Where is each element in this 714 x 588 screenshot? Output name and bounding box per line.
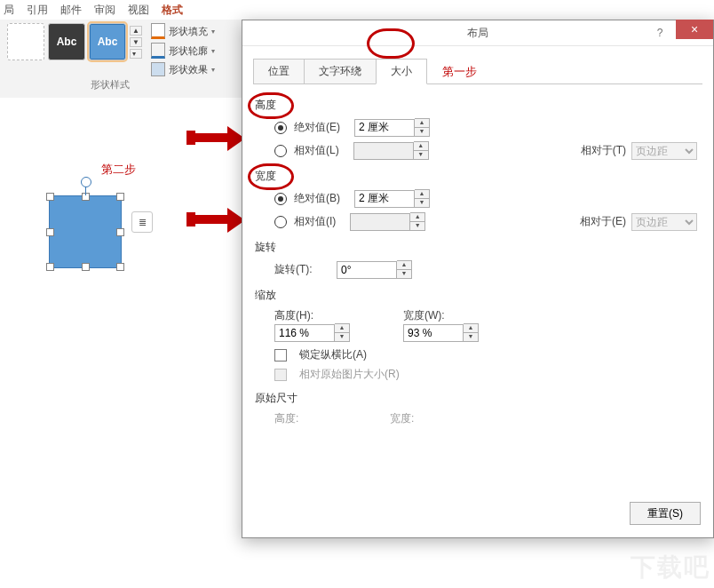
lock-aspect-checkbox[interactable] [274,349,287,362]
ribbon-tab-mail[interactable]: 邮件 [60,3,82,18]
dialog-tabstrip: 位置 文字环绕 大小 第一步 [242,46,713,84]
spinner-down-icon[interactable]: ▼ [415,127,430,137]
relative-original-label: 相对原始图片大小(R) [299,367,400,382]
rotate-handle[interactable] [81,177,91,187]
spinner-up-icon[interactable]: ▲ [397,260,412,269]
width-relto-label: 相对于(E) [580,214,626,229]
ribbon-tab-layout-cut[interactable]: 局 [4,3,14,18]
style-gallery-down-icon[interactable]: ▼ [130,37,142,47]
resize-handle-tl[interactable] [46,193,54,201]
spinner-down-icon[interactable]: ▼ [397,269,412,279]
scale-width-input[interactable] [403,324,464,342]
spinner-down-icon[interactable]: ▼ [415,198,430,208]
lock-aspect-row: 锁定纵横比(A) [274,347,701,362]
original-width-label: 宽度: [390,411,452,426]
tab-textwrap[interactable]: 文字环绕 [304,59,377,84]
spinner-up-icon[interactable]: ▲ [464,323,479,332]
shape-effects-button[interactable]: 形状效果▾ [151,62,215,76]
resize-handle-mr[interactable] [116,228,124,236]
section-rotation-title: 旋转 [255,240,701,255]
relative-original-row: 相对原始图片大小(R) [274,367,701,382]
layout-dialog: 布局 ? × 位置 文字环绕 大小 第一步 高度 绝对值(E) ▲▼ 相对值(L… [242,20,714,538]
width-relative-radio[interactable] [274,216,287,228]
reset-button[interactable]: 重置(S) [630,502,701,525]
resize-handle-br[interactable] [116,263,124,271]
layout-options-badge[interactable]: ≣ [131,211,153,233]
ribbon-tab-references[interactable]: 引用 [27,3,48,18]
style-thumb-outline[interactable] [7,23,44,60]
scale-height-label: 高度(H): [274,308,337,323]
scale-width-label: 宽度(W): [403,308,465,323]
section-width-title: 宽度 [255,169,701,184]
height-relative-input [353,142,414,160]
spinner-down-icon[interactable]: ▼ [464,332,479,342]
resize-handle-bl[interactable] [46,263,54,271]
original-size-row: 高度: 宽度: [274,411,701,426]
height-absolute-row: 绝对值(E) ▲▼ [274,118,701,137]
annotation-step1: 第一步 [442,64,477,80]
width-absolute-label: 绝对值(B) [294,191,340,206]
spinner-up-icon[interactable]: ▲ [415,118,430,127]
spinner-up-icon[interactable]: ▲ [335,323,350,332]
height-relative-row: 相对值(L) ▲▼ 相对于(T) 页边距 [274,141,701,160]
height-absolute-input[interactable] [354,119,415,137]
spinner-down-icon[interactable]: ▼ [335,332,350,342]
scale-row: 高度(H): ▲▼ 宽度(W): ▲▼ [274,308,701,342]
section-scale-title: 缩放 [255,288,701,303]
layout-options-icon: ≣ [139,217,147,228]
rotation-input[interactable] [337,261,397,279]
shape-fill-button[interactable]: 形状填充▾ [151,23,215,39]
scale-height-input[interactable] [274,324,335,342]
ribbon-tab-view[interactable]: 视图 [128,3,149,18]
height-absolute-label: 绝对值(E) [294,120,340,135]
style-thumb-black[interactable]: Abc [48,23,85,60]
selected-shape[interactable] [49,195,122,268]
section-original-title: 原始尺寸 [255,391,701,406]
rotation-row: 旋转(T): ▲▼ [274,260,701,279]
style-thumb-blue-selected[interactable]: Abc [89,23,126,60]
width-relative-label: 相对值(I) [294,214,336,229]
height-relto-label: 相对于(T) [581,143,626,158]
shape-outline-label: 形状轮廓 [169,44,208,58]
original-height-label: 高度: [274,411,337,426]
height-relative-radio[interactable] [274,145,287,157]
tab-size[interactable]: 大小 [376,59,427,84]
style-gallery-more-icon[interactable]: ▾ [130,49,142,59]
dialog-body: 高度 绝对值(E) ▲▼ 相对值(L) ▲▼ 相对于(T) 页边距 [242,85,713,441]
resize-handle-bm[interactable] [82,263,90,271]
height-absolute-radio[interactable] [274,122,287,134]
tab-position[interactable]: 位置 [253,59,305,84]
section-height-title: 高度 [255,98,701,113]
shape-fill-label: 形状填充 [169,25,208,38]
width-relative-input [350,213,410,231]
shape-effects-label: 形状效果 [169,63,208,76]
spinner-up-icon[interactable]: ▲ [415,189,430,198]
shape-styles-group-label: 形状样式 [91,78,130,91]
dialog-titlebar[interactable]: 布局 ? × [242,20,713,46]
ribbon-tab-format[interactable]: 格式 [162,3,183,18]
width-relative-row: 相对值(I) ▲▼ 相对于(E) 页边距 [274,212,701,231]
annotation-step2: 第二步 [101,162,136,178]
height-relto-select: 页边距 [631,142,697,160]
spinner-down-icon: ▼ [410,221,425,231]
spinner-up-icon: ▲ [410,212,425,221]
paint-bucket-icon [151,23,165,39]
style-gallery-up-icon[interactable]: ▲ [130,26,142,36]
shape-outline-button[interactable]: 形状轮廓▾ [151,43,215,59]
help-button[interactable]: ? [647,20,672,45]
spinner-up-icon: ▲ [414,141,429,150]
width-absolute-input[interactable] [354,190,415,208]
dialog-footer: 重置(S) [630,502,701,525]
ribbon-tab-review[interactable]: 审阅 [94,3,115,18]
watermark: 下载吧 [631,551,710,584]
height-relative-label: 相对值(L) [294,143,339,158]
resize-handle-ml[interactable] [46,228,54,236]
dialog-tabline [253,83,702,84]
width-absolute-radio[interactable] [274,193,287,205]
lock-aspect-label: 锁定纵横比(A) [299,347,367,362]
rotation-label: 旋转(T): [274,262,329,277]
pen-outline-icon [151,43,165,59]
width-relto-select: 页边距 [631,213,697,231]
close-button[interactable]: × [676,20,713,39]
resize-handle-tr[interactable] [116,193,124,201]
